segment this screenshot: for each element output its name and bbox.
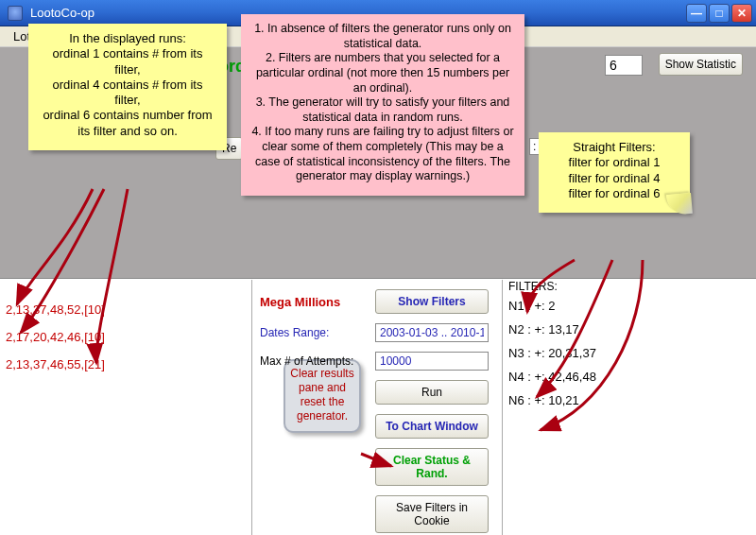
to-chart-window-button[interactable]: To Chart Window: [375, 414, 489, 439]
filter-n4: N4 : +: 42,46,48: [508, 370, 596, 384]
note-instructions: 1. In absence of filters the generator r…: [241, 14, 524, 196]
run-number-input[interactable]: [605, 55, 643, 76]
filters-list: FILTERS: N1 : +: 2 N2 : +: 13,17 N3 : +:…: [508, 280, 596, 417]
lottery-title: Mega Millions: [252, 295, 375, 309]
maximize-button[interactable]: □: [709, 4, 730, 23]
show-filters-button[interactable]: Show Filters: [375, 289, 489, 314]
dates-range-input[interactable]: [375, 323, 489, 342]
save-filters-button[interactable]: Save Filters in Cookie: [375, 495, 489, 533]
run-button[interactable]: Run: [375, 380, 489, 405]
max-attempts-input[interactable]: [375, 352, 489, 371]
filters-header: FILTERS:: [508, 280, 596, 293]
clear-status-button[interactable]: Clear Status & Rand.: [375, 448, 489, 486]
minimize-button[interactable]: —: [686, 4, 707, 23]
max-attempts-label: Max # of Attempts:: [252, 354, 375, 368]
note-displayed-runs: In the displayed runs: ordinal 1 contain…: [28, 24, 227, 150]
filter-n6: N6 : +: 10,21: [508, 393, 596, 407]
run-line-3: 2,13,37,46,55,[21]: [6, 357, 105, 371]
filter-n1: N1 : +: 2: [508, 299, 596, 313]
note-displayed-runs-text: In the displayed runs: ordinal 1 contain…: [28, 24, 227, 150]
filter-n2: N2 : +: 13,17: [508, 322, 596, 337]
note-straight-filters: Straight Filters: filter for ordinal 1 f…: [539, 132, 690, 213]
dates-range-label: Dates Range:: [252, 326, 375, 339]
control-panel: Mega Millions Show Filters Dates Range: …: [251, 280, 503, 535]
runs-list: 2,13,37,48,52,[10] 2,17,20,42,46,[10] 2,…: [6, 302, 105, 385]
note-instructions-text: 1. In absence of filters the generator r…: [241, 14, 524, 196]
filter-n3: N3 : +: 20,31,37: [508, 346, 596, 360]
app-icon: [8, 6, 23, 21]
show-statistic-button[interactable]: Show Statistic: [659, 53, 743, 76]
run-line-2: 2,17,20,42,46,[10]: [6, 330, 105, 344]
close-button[interactable]: ✕: [731, 4, 752, 23]
run-line-1: 2,13,37,48,52,[10]: [6, 302, 105, 317]
